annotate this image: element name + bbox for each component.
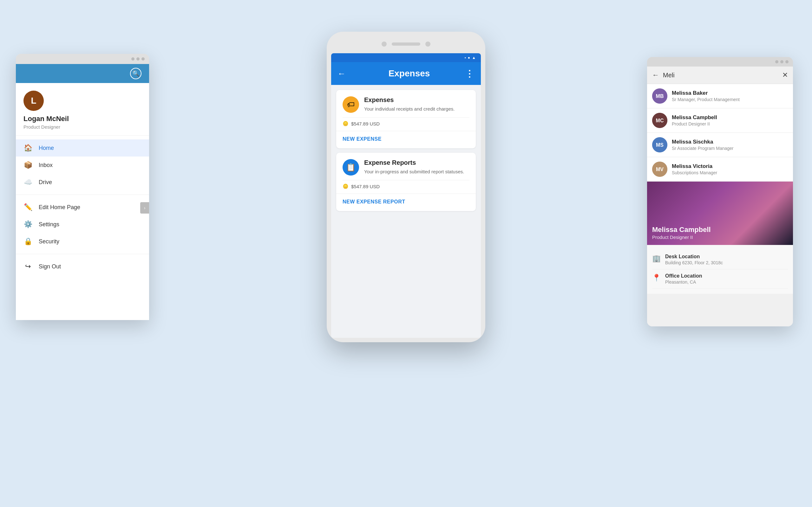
profile-details: 🏢 Desk Location Building 6230, Floor 2, … (647, 245, 793, 294)
avatar-initials: L (31, 96, 36, 106)
result-name-victoria: Melissa Victoria (672, 163, 788, 170)
primary-nav: 🏠 Home 📦 Inbox ☁️ Drive (16, 135, 149, 195)
expand-arrow[interactable]: › (140, 202, 149, 214)
left-panel: 🔍 L Logan McNeil Product Designer 🏠 Home… (16, 54, 149, 320)
expense-reports-desc: Your in-progress and submitted report st… (364, 168, 469, 175)
nav-label-inbox: Inbox (39, 162, 53, 169)
secondary-nav: ✏️ Edit Home Page ⚙️ Settings 🔒 Security (16, 195, 149, 254)
nav-item-settings[interactable]: ⚙️ Settings (16, 216, 149, 233)
result-avatar-sischka: MS (652, 137, 667, 153)
result-title-campbell: Product Designer II (672, 121, 788, 126)
profile-title: Product Designer II (652, 234, 711, 240)
frame-dot-1 (131, 57, 135, 60)
expense-reports-amount-value: $547.89 USD (351, 184, 380, 189)
avatar-victoria-img: MV (652, 162, 667, 177)
nav-item-drive[interactable]: ☁️ Drive (16, 174, 149, 191)
svg-text:MB: MB (656, 94, 664, 99)
home-icon: 🏠 (23, 144, 32, 152)
phone-screen: ▪ ● ▲ ← Expenses ⋮ 🏷 Expenses Your indiv… (331, 53, 481, 338)
right-search-bar: ← Meli ✕ (647, 66, 793, 84)
result-name-campbell: Melissa Campbell (672, 114, 788, 121)
profile-card[interactable]: Melissa Campbell Product Designer II 🏢 D… (647, 181, 793, 326)
nav-item-edit-home[interactable]: ✏️ Edit Home Page (16, 199, 149, 216)
result-melissa-victoria[interactable]: MV Melissa Victoria Subscriptions Manage… (647, 157, 793, 181)
expense-reports-card: 📋 Expense Reports Your in-progress and s… (336, 153, 476, 211)
search-icon[interactable]: 🔍 (130, 68, 142, 79)
search-clear-button[interactable]: ✕ (782, 71, 788, 79)
expenses-amount: 🪙 $547.89 USD (343, 117, 469, 126)
svg-text:MC: MC (656, 118, 664, 123)
expenses-icon: 🏷 (343, 96, 359, 113)
expenses-card: 🏷 Expenses Your individual receipts and … (336, 90, 476, 148)
search-input[interactable]: Meli (663, 72, 778, 79)
result-melissa-sischka[interactable]: MS Melissa Sischka Sr Associate Program … (647, 133, 793, 157)
phone-top (331, 36, 481, 52)
avatar-sischka-img: MS (652, 137, 667, 153)
expenses-info: Expenses Your individual receipts and cr… (364, 96, 469, 112)
sign-out-section: ↪ Sign Out (16, 254, 149, 279)
phone-camera-right (425, 42, 430, 47)
profile-name: Melissa Campbell (652, 226, 711, 234)
phone-speaker (392, 43, 420, 46)
amount-icon-2: 🪙 (343, 183, 349, 189)
right-dot-3 (785, 60, 789, 63)
phone-camera-left (382, 42, 387, 47)
expense-reports-info: Expense Reports Your in-progress and sub… (364, 159, 469, 175)
sidebar-header: 🔍 (16, 64, 149, 83)
desk-info: Desk Location Building 6230, Floor 2, 30… (665, 254, 723, 265)
search-back-button[interactable]: ← (652, 71, 659, 79)
settings-icon: ⚙️ (23, 220, 32, 228)
phone-body: 🏷 Expenses Your individual receipts and … (331, 85, 481, 338)
user-role: Product Designer (23, 124, 142, 130)
desk-location-item: 🏢 Desk Location Building 6230, Floor 2, … (652, 250, 788, 269)
result-info-sischka: Melissa Sischka Sr Associate Program Man… (672, 139, 788, 151)
result-name-sischka: Melissa Sischka (672, 139, 788, 145)
sidebar-content: L Logan McNeil Product Designer 🏠 Home 📦… (16, 83, 149, 320)
expenses-title: Expenses (364, 96, 469, 104)
nav-label-settings: Settings (39, 221, 59, 228)
nav-label-security: Security (39, 238, 59, 245)
frame-top-bar (16, 54, 149, 64)
sign-out-icon: ↪ (23, 262, 32, 271)
nav-item-home[interactable]: 🏠 Home (16, 139, 149, 157)
location-icon: 📍 (652, 274, 661, 282)
expense-reports-title: Expense Reports (364, 159, 469, 166)
profile-card-bg: Melissa Campbell Product Designer II (647, 181, 793, 245)
result-melissa-baker[interactable]: MB Melissa Baker Sr Manager, Product Man… (647, 84, 793, 108)
avatar-campbell-img: MC (652, 113, 667, 128)
user-name: Logan McNeil (23, 115, 142, 123)
user-section: L Logan McNeil Product Designer (16, 83, 149, 135)
result-title-victoria: Subscriptions Manager (672, 170, 788, 175)
toolbar-title: Expenses (353, 68, 465, 78)
right-panel: ← Meli ✕ MB Melissa Baker Sr Manager, Pr… (647, 57, 793, 326)
result-avatar-victoria: MV (652, 162, 667, 177)
expense-reports-header: 📋 Expense Reports Your in-progress and s… (343, 159, 469, 176)
drive-icon: ☁️ (23, 178, 32, 186)
search-results-list: MB Melissa Baker Sr Manager, Product Man… (647, 84, 793, 181)
result-info-victoria: Melissa Victoria Subscriptions Manager (672, 163, 788, 175)
nav-label-edit-home: Edit Home Page (39, 204, 80, 211)
office-location-item: 📍 Office Location Pleasanton, CA (652, 269, 788, 289)
office-location-label: Office Location (665, 273, 702, 279)
back-button[interactable]: ← (338, 69, 346, 78)
expenses-card-header: 🏷 Expenses Your individual receipts and … (343, 96, 469, 113)
result-avatar-campbell: MC (652, 113, 667, 128)
nav-item-security[interactable]: 🔒 Security (16, 233, 149, 250)
result-melissa-campbell[interactable]: MC Melissa Campbell Product Designer II (647, 108, 793, 133)
security-icon: 🔒 (23, 237, 32, 245)
svg-text:MS: MS (656, 142, 664, 148)
result-title-sischka: Sr Associate Program Manager (672, 146, 788, 151)
avatar-baker-img: MB (652, 89, 667, 104)
new-expense-button[interactable]: NEW EXPENSE (343, 131, 469, 142)
more-options-button[interactable]: ⋮ (465, 68, 474, 79)
center-panel: ▪ ● ▲ ← Expenses ⋮ 🏷 Expenses Your indiv… (327, 32, 485, 342)
nav-label-sign-out: Sign Out (39, 263, 61, 270)
expenses-desc: Your individual receipts and credit char… (364, 106, 469, 112)
nav-label-drive: Drive (39, 179, 52, 186)
nav-item-inbox[interactable]: 📦 Inbox (16, 157, 149, 174)
office-location-value: Pleasanton, CA (665, 279, 702, 285)
office-info: Office Location Pleasanton, CA (665, 273, 702, 285)
avatar: L (23, 91, 44, 111)
new-expense-report-button[interactable]: NEW EXPENSE REPORT (343, 194, 469, 205)
nav-item-sign-out[interactable]: ↪ Sign Out (16, 258, 149, 275)
